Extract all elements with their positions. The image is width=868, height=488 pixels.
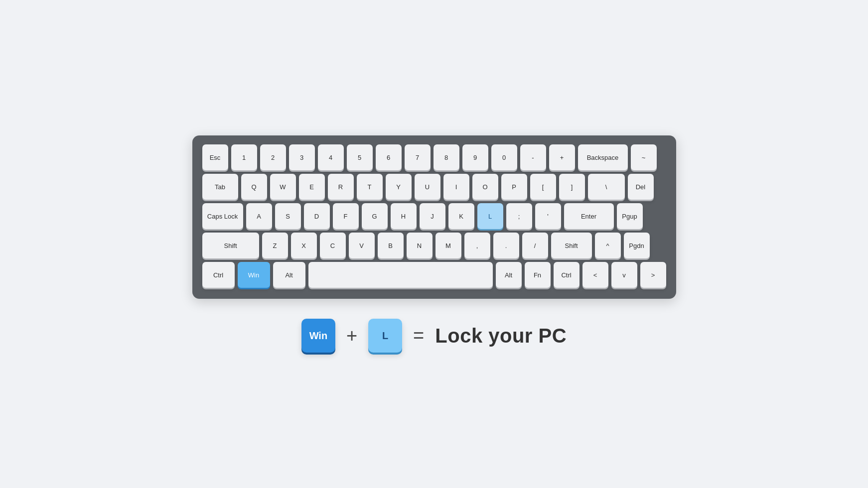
key-f[interactable]: F <box>333 203 359 229</box>
key-v[interactable]: V <box>349 233 375 258</box>
keyboard-wrapper: Esc 1 2 3 4 5 6 7 8 9 0 - + Backspace ~ … <box>192 135 676 299</box>
key-o[interactable]: O <box>472 174 498 200</box>
key-del[interactable]: Del <box>628 174 654 200</box>
key-period[interactable]: . <box>493 233 519 258</box>
key-arrow-down[interactable]: v <box>611 262 637 288</box>
key-i[interactable]: I <box>443 174 469 200</box>
key-capslock[interactable]: Caps Lock <box>202 203 243 229</box>
key-slash[interactable]: / <box>522 233 548 258</box>
legend: Win + L = Lock your PC <box>301 319 567 353</box>
key-tab[interactable]: Tab <box>202 174 238 200</box>
key-t[interactable]: T <box>357 174 383 200</box>
key-l[interactable]: L <box>477 203 503 229</box>
key-row-1: Esc 1 2 3 4 5 6 7 8 9 0 - + Backspace ~ <box>202 144 666 170</box>
key-k[interactable]: K <box>448 203 474 229</box>
key-win[interactable]: Win <box>238 262 270 288</box>
key-2[interactable]: 2 <box>260 144 286 170</box>
key-e[interactable]: E <box>299 174 325 200</box>
key-tilde[interactable]: ~ <box>631 144 657 170</box>
key-c[interactable]: C <box>320 233 346 258</box>
key-d[interactable]: D <box>304 203 330 229</box>
key-9[interactable]: 9 <box>462 144 488 170</box>
key-n[interactable]: N <box>407 233 433 258</box>
key-arrow-left[interactable]: < <box>582 262 608 288</box>
key-x[interactable]: X <box>291 233 317 258</box>
key-plus[interactable]: + <box>549 144 575 170</box>
key-g[interactable]: G <box>362 203 388 229</box>
key-y[interactable]: Y <box>386 174 412 200</box>
key-space[interactable] <box>308 262 493 288</box>
key-enter[interactable]: Enter <box>564 203 614 229</box>
key-caret[interactable]: ^ <box>595 233 621 258</box>
key-1[interactable]: 1 <box>231 144 257 170</box>
key-backspace[interactable]: Backspace <box>578 144 628 170</box>
key-shift-left[interactable]: Shift <box>202 233 259 258</box>
key-s[interactable]: S <box>275 203 301 229</box>
key-7[interactable]: 7 <box>405 144 431 170</box>
key-row-4: Shift Z X C V B N M , . / Shift ^ Pgdn <box>202 233 666 258</box>
key-4[interactable]: 4 <box>318 144 344 170</box>
legend-win-key: Win <box>301 319 335 353</box>
key-0[interactable]: 0 <box>491 144 517 170</box>
key-pgup[interactable]: Pgup <box>617 203 643 229</box>
key-w[interactable]: W <box>270 174 296 200</box>
key-comma[interactable]: , <box>464 233 490 258</box>
key-m[interactable]: M <box>435 233 461 258</box>
key-j[interactable]: J <box>420 203 445 229</box>
key-bracket-open[interactable]: [ <box>530 174 556 200</box>
key-fn[interactable]: Fn <box>525 262 551 288</box>
legend-text: Lock your PC <box>435 325 567 347</box>
key-row-3: Caps Lock A S D F G H J K L ; ' Enter Pg… <box>202 203 666 229</box>
key-alt-right[interactable]: Alt <box>496 262 522 288</box>
key-backslash[interactable]: \ <box>588 174 625 200</box>
key-arrow-right[interactable]: > <box>640 262 666 288</box>
key-q[interactable]: Q <box>241 174 267 200</box>
key-8[interactable]: 8 <box>434 144 459 170</box>
key-u[interactable]: U <box>415 174 440 200</box>
key-row-2: Tab Q W E R T Y U I O P [ ] \ Del <box>202 174 666 200</box>
key-ctrl-left[interactable]: Ctrl <box>202 262 235 288</box>
key-minus[interactable]: - <box>520 144 546 170</box>
key-bracket-close[interactable]: ] <box>559 174 585 200</box>
key-a[interactable]: A <box>246 203 272 229</box>
key-esc[interactable]: Esc <box>202 144 228 170</box>
key-quote[interactable]: ' <box>535 203 561 229</box>
legend-equals: = <box>413 325 424 347</box>
key-ctrl-right[interactable]: Ctrl <box>554 262 579 288</box>
key-3[interactable]: 3 <box>289 144 315 170</box>
key-z[interactable]: Z <box>262 233 288 258</box>
key-row-5: Ctrl Win Alt Alt Fn Ctrl < v > <box>202 262 666 288</box>
legend-plus: + <box>346 325 357 347</box>
key-6[interactable]: 6 <box>376 144 402 170</box>
key-p[interactable]: P <box>501 174 527 200</box>
key-semicolon[interactable]: ; <box>506 203 532 229</box>
key-5[interactable]: 5 <box>347 144 373 170</box>
key-r[interactable]: R <box>328 174 354 200</box>
key-shift-right[interactable]: Shift <box>551 233 592 258</box>
legend-l-key: L <box>368 319 402 353</box>
key-b[interactable]: B <box>378 233 404 258</box>
key-pgdn[interactable]: Pgdn <box>624 233 650 258</box>
key-h[interactable]: H <box>391 203 417 229</box>
key-alt-left[interactable]: Alt <box>273 262 305 288</box>
